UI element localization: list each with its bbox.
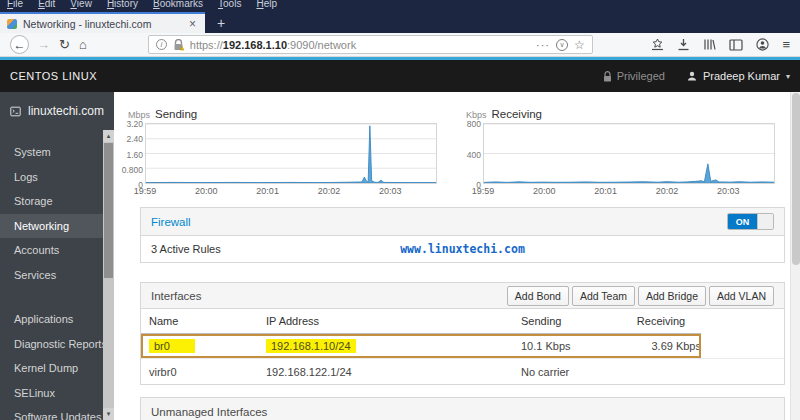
browser-menu-items: FileEditViewHistoryBookmarksToolsHelp	[0, 0, 800, 11]
page-scrollbar[interactable]	[790, 92, 800, 420]
interface-add-buttons: Add BondAdd TeamAdd BridgeAdd VLAN	[507, 286, 774, 306]
y-tick-label: 3.20	[126, 119, 143, 129]
add-bridge-button[interactable]: Add Bridge	[638, 286, 706, 306]
bookmarks-tray-icon[interactable]	[651, 38, 664, 51]
sidebar-item-software-updates[interactable]: Software Updates	[0, 405, 103, 420]
menu-edit[interactable]: Edit	[38, 0, 55, 11]
menu-bookmarks[interactable]: Bookmarks	[153, 0, 203, 11]
tab-favicon-icon	[7, 19, 17, 29]
sidebar-item-networking[interactable]: Networking	[0, 214, 103, 239]
bookmark-star-icon[interactable]: ☆	[574, 38, 585, 52]
add-team-button[interactable]: Add Team	[572, 286, 635, 306]
scroll-up-icon[interactable]: ▴	[103, 130, 114, 142]
reload-button[interactable]: ↻	[59, 38, 70, 51]
column-header-sending: Sending	[521, 315, 621, 327]
sidebar-item-services[interactable]: Services	[0, 263, 103, 288]
cell-name: br0	[149, 339, 266, 353]
page-info-icon[interactable]: i	[156, 39, 167, 50]
host-selector[interactable]: linuxtechi.com	[0, 92, 114, 130]
downloads-icon[interactable]	[677, 38, 690, 51]
privileged-label: Privileged	[617, 70, 665, 82]
interface-row-br0[interactable]: br0192.168.1.10/2410.1 Kbps3.69 Kbps	[141, 334, 784, 359]
firewall-link[interactable]: Firewall	[151, 216, 191, 228]
y-tick-label: 1.60	[126, 150, 143, 160]
add-vlan-button[interactable]: Add VLAN	[709, 286, 774, 306]
sending-y-axis: 3.202.401.600.8000	[128, 123, 145, 184]
browser-menubar: FileEditViewHistoryBookmarksToolsHelp	[0, 0, 800, 11]
menu-help[interactable]: Help	[256, 0, 277, 11]
menu-history[interactable]: History	[107, 0, 138, 11]
add-bond-button[interactable]: Add Bond	[507, 286, 569, 306]
menu-file[interactable]: File	[7, 0, 23, 11]
hamburger-menu-icon[interactable]: ≡	[782, 37, 790, 52]
tab-title: Networking - linuxtechi.com	[23, 18, 181, 30]
cell-receiving: 3.69 Kbps	[621, 340, 701, 352]
sidebar-item-selinux[interactable]: SELinux	[0, 381, 103, 406]
home-button[interactable]: ⌂	[79, 38, 87, 51]
sidebar-toggle-icon[interactable]	[729, 39, 743, 51]
cell-name: virbr0	[149, 366, 266, 378]
sidebar-item-storage[interactable]: Storage	[0, 189, 103, 214]
url-bar[interactable]: i https://192.168.1.10:9090/network ··· …	[148, 35, 593, 54]
x-tick-label: 19:59	[128, 186, 162, 196]
unmanaged-card: Unmanaged Interfaces	[140, 397, 785, 420]
receiving-chart-title: Receiving	[492, 108, 543, 120]
browser-navbar: ← → ↻ ⌂ i https://192.168.1.10:9090/netw…	[0, 33, 800, 57]
toggle-handle	[757, 214, 773, 229]
sidebar-item-diagnostic-reports[interactable]: Diagnostic Reports	[0, 332, 103, 357]
sidebar-scrollbar[interactable]: ▴ ▾	[103, 130, 114, 420]
column-header-name: Name	[149, 315, 266, 327]
column-header-ip-address: IP Address	[266, 315, 521, 327]
sidebar-item-accounts[interactable]: Accounts	[0, 238, 103, 263]
x-tick-label: 19:59	[466, 186, 500, 196]
menu-view[interactable]: View	[70, 0, 92, 11]
pocket-icon[interactable]: ∨	[556, 39, 568, 51]
browser-tabbar: Networking - linuxtechi.com × +	[0, 11, 800, 33]
user-icon	[687, 71, 697, 81]
interfaces-table-body: br0192.168.1.10/2410.1 Kbps3.69 Kbpsvirb…	[141, 334, 784, 384]
privileged-lock-icon	[603, 71, 612, 82]
host-icon	[10, 105, 21, 118]
url-scheme: https://	[190, 39, 223, 51]
sidebar-item-applications[interactable]: Applications	[0, 307, 103, 332]
tab-close-button[interactable]: ×	[187, 17, 198, 31]
user-menu[interactable]: Pradeep Kumar ▾	[687, 70, 790, 82]
brand-title: CENTOS LINUX	[10, 70, 97, 82]
receiving-plot	[483, 123, 775, 184]
sidebar-item-logs[interactable]: Logs	[0, 165, 103, 190]
screen: FileEditViewHistoryBookmarksToolsHelp Ne…	[0, 0, 800, 420]
url-path: :9090/network	[287, 39, 356, 51]
sidebar-item-kernel-dump[interactable]: Kernel Dump	[0, 356, 103, 381]
x-tick-label: 20:01	[589, 186, 623, 196]
url-host: 192.168.1.10	[223, 39, 287, 51]
interfaces-table-header: NameIP AddressSendingReceiving	[141, 309, 701, 334]
interfaces-title: Interfaces	[151, 290, 202, 302]
browser-tab[interactable]: Networking - linuxtechi.com ×	[0, 12, 205, 33]
host-name: linuxtechi.com	[28, 104, 104, 118]
receiving-y-axis: 8004000	[466, 123, 483, 184]
y-tick-label: 2.40	[126, 134, 143, 144]
new-tab-button[interactable]: +	[205, 15, 237, 33]
cell-sending: 10.1 Kbps	[521, 340, 621, 352]
unmanaged-title: Unmanaged Interfaces	[151, 406, 267, 418]
x-tick-label: 20:00	[189, 186, 223, 196]
forward-button[interactable]: →	[37, 38, 50, 51]
menu-tools[interactable]: Tools	[218, 0, 241, 11]
page-actions-icon[interactable]: ···	[536, 39, 550, 51]
page-scroll-thumb[interactable]	[792, 93, 800, 265]
sidebar-item-system[interactable]: System	[0, 140, 103, 165]
privileged-badge[interactable]: Privileged	[603, 70, 665, 82]
library-icon[interactable]	[703, 38, 716, 51]
scroll-down-icon[interactable]: ▾	[103, 408, 114, 420]
firewall-toggle[interactable]: ON	[727, 213, 774, 230]
back-button[interactable]: ←	[10, 35, 29, 54]
y-tick-label: 400	[467, 150, 481, 160]
sidebar-scroll-thumb[interactable]	[104, 143, 113, 278]
x-tick-label: 20:03	[711, 186, 745, 196]
interface-row-virbr0[interactable]: virbr0192.168.122.1/24No carrier	[141, 359, 784, 384]
x-tick-label: 20:00	[527, 186, 561, 196]
cell-ip: 192.168.1.10/24	[266, 339, 521, 353]
receiving-x-axis: 19:5920:0020:0120:0220:03	[483, 184, 775, 197]
account-icon[interactable]	[756, 38, 769, 51]
toggle-on-label: ON	[728, 214, 757, 229]
